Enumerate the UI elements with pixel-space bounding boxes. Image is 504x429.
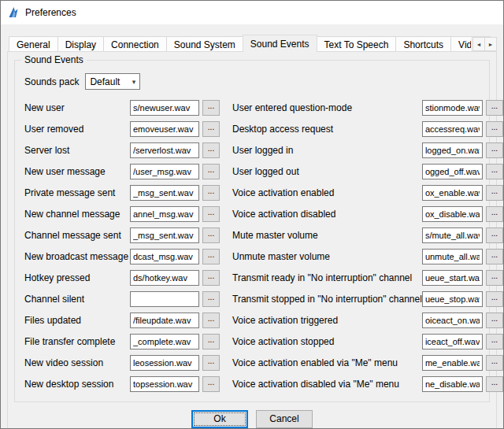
cancel-button[interactable]: Cancel [256,410,313,428]
sounds-pack-label: Sounds pack [24,76,79,87]
browse-button[interactable]: ... [486,334,503,349]
sound-event-label: User removed [23,124,130,135]
tab-sound-system[interactable]: Sound System [166,36,243,52]
sound-file-input[interactable] [422,270,483,286]
tab-text-to-speech[interactable]: Text To Speech [317,36,397,52]
sound-event-label: Private message sent [23,187,130,198]
sound-file-input[interactable] [422,334,483,349]
browse-button[interactable]: ... [202,270,220,286]
sound-file-input[interactable] [422,100,483,116]
sound-file-input[interactable] [422,313,483,328]
sound-file-input[interactable] [422,249,483,264]
browse-button[interactable]: ... [202,227,220,243]
browse-button[interactable]: ... [486,185,503,201]
browse-button[interactable]: ... [486,227,503,243]
sound-file-input[interactable] [422,185,483,201]
browse-button[interactable]: ... [486,142,503,158]
browse-button[interactable]: ... [486,100,503,116]
sound-event-label: New video session [23,357,130,368]
sound-events-group: Sound Events Sounds pack Default ▾ New u… [14,60,490,402]
sound-event-label: User entered question-mode [231,102,422,113]
sound-file-input[interactable] [130,142,199,158]
browse-button[interactable]: ... [486,206,503,222]
sound-file-input[interactable] [422,355,483,371]
tab-scroll-right-button[interactable]: ► [484,37,497,51]
sound-file-input[interactable] [130,355,199,371]
sound-event-row: User removed... [23,120,220,137]
browse-button[interactable]: ... [486,270,503,286]
dropdown-arrow-icon: ▾ [132,78,136,86]
browse-button[interactable]: ... [202,334,220,349]
browse-button[interactable]: ... [486,249,503,264]
sound-file-input[interactable] [130,100,199,116]
sound-file-input[interactable] [422,206,483,222]
tab-scroll-left-button[interactable]: ◄ [472,37,485,51]
sound-event-label: Desktop access request [231,124,422,135]
sound-file-input[interactable] [130,270,199,286]
browse-button[interactable]: ... [202,376,220,392]
sound-event-row: Transmit stopped in "No interruption" ch… [231,290,503,307]
sound-event-label: New user message [23,166,130,177]
sound-file-input[interactable] [130,376,199,392]
sound-file-input[interactable] [130,164,199,179]
sound-file-input[interactable] [422,121,483,137]
sound-file-input[interactable] [422,376,483,392]
tab-connection[interactable]: Connection [103,36,167,52]
tab-general[interactable]: General [9,36,58,52]
sound-event-row: File transfer complete... [23,333,220,349]
sound-file-input[interactable] [422,227,483,243]
browse-button[interactable]: ... [486,313,503,328]
sound-file-input[interactable] [422,291,483,307]
sound-file-input[interactable] [130,206,199,222]
sound-event-label: Voice activation enabled via "Me" menu [231,357,422,368]
tab-shortcuts[interactable]: Shortcuts [395,36,451,52]
ok-button[interactable]: Ok [191,410,248,428]
sound-event-label: Channel message sent [23,230,130,241]
browse-button[interactable]: ... [202,142,220,158]
sound-event-label: New desktop session [23,379,130,390]
browse-button[interactable]: ... [202,206,220,222]
sound-event-label: New user [23,102,130,113]
sound-event-row: User logged in... [231,142,503,158]
sound-file-input[interactable] [130,185,199,201]
browse-button[interactable]: ... [202,249,220,264]
sound-event-row: Voice activation disabled... [231,205,503,222]
sound-file-input[interactable] [130,249,199,264]
browse-button[interactable]: ... [202,185,220,201]
browse-button[interactable]: ... [202,100,220,116]
sound-event-row: Voice activation stopped... [231,333,503,349]
sound-event-label: File transfer complete [23,336,130,347]
sound-file-input[interactable] [130,334,199,349]
sound-file-input[interactable] [422,142,483,158]
browse-button[interactable]: ... [202,291,220,307]
browse-button[interactable]: ... [202,313,220,328]
sound-file-input[interactable] [422,164,483,179]
browse-button[interactable]: ... [486,121,503,137]
sound-event-label: User logged in [231,145,422,156]
tab-list: GeneralDisplayConnectionSound SystemSoun… [7,35,497,52]
sound-events-tab-page: Sound Events Sounds pack Default ▾ New u… [7,51,497,429]
sound-file-input[interactable] [130,291,199,307]
browse-button[interactable]: ... [202,164,220,179]
tab-sound-events[interactable]: Sound Events [243,35,317,52]
sounds-pack-row: Sounds pack Default ▾ [24,73,481,90]
browse-button[interactable]: ... [202,121,220,137]
browse-button[interactable]: ... [486,164,503,179]
sound-file-input[interactable] [130,227,199,243]
titlebar: Preferences [1,1,503,24]
sound-event-row: Voice activation enabled... [231,184,503,201]
tab-scroll-control: ◄ ► [471,37,497,51]
sounds-pack-select[interactable]: Default ▾ [85,73,140,90]
sound-event-label: Hotkey pressed [23,272,130,283]
browse-button[interactable]: ... [486,291,503,307]
tab-display[interactable]: Display [57,36,104,52]
browse-button[interactable]: ... [202,355,220,371]
sound-file-input[interactable] [130,121,199,137]
sound-event-row: New desktop session... [23,375,220,392]
sound-event-label: Voice activation disabled [231,209,422,220]
browse-button[interactable]: ... [486,376,503,392]
browse-button[interactable]: ... [486,355,503,371]
event-column-right: User entered question-mode...Desktop acc… [231,99,503,397]
sounds-pack-value: Default [90,76,120,87]
sound-file-input[interactable] [130,313,199,328]
